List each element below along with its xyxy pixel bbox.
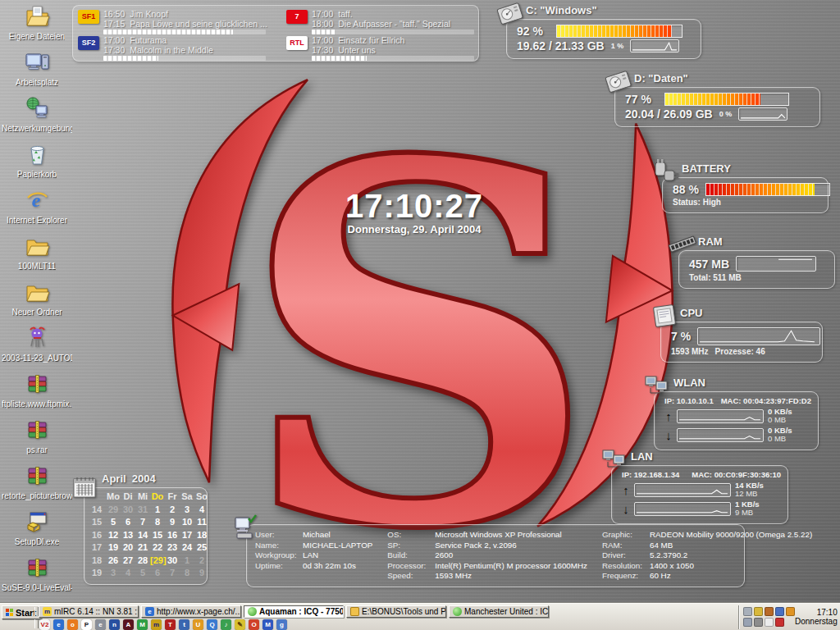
mirc-icon: m (43, 607, 52, 616)
quicklaunch-panda-icon[interactable]: P (81, 619, 92, 630)
taskbar-button-label: E:\BONUS\Tools und Pro... (362, 607, 446, 616)
battery-widget: BATTERY 88 % Status: High (652, 162, 829, 213)
quicklaunch-opera-icon[interactable]: O (249, 619, 259, 630)
quicklaunch-internet-explorer-icon[interactable]: e (53, 619, 64, 630)
desktop-icon-computer[interactable]: Arbeitsplatz (2, 49, 72, 92)
desktop-icon-ie[interactable]: eInternet Explorer (2, 187, 72, 230)
tray-volume-icon[interactable] (743, 618, 752, 627)
taskbar-button[interactable]: mmIRC 6.14 :: NN 3.81 :: ... (39, 605, 139, 618)
calendar-widget: April 2004 MoDiMiDoFrSaSo142930311234155… (72, 472, 208, 585)
taskbar: Start mmIRC 6.14 :: NN 3.81 :: ...ehttp:… (0, 603, 840, 630)
lan-mac: MAC: 00:C0:9F:30:36:10 (692, 470, 781, 479)
disk-d-widget: D: "Daten" 77 % 20.04 / 26.09 GB 0 % (605, 72, 820, 127)
quicklaunch-grip[interactable] (34, 619, 39, 628)
network-computers-icon (600, 445, 631, 473)
rar-icon (24, 555, 51, 582)
disk-d-bar (664, 93, 789, 106)
calendar-month: April (102, 472, 126, 485)
upload-arrow-icon: ↑ (664, 410, 673, 422)
taskbar-button[interactable]: ehttp://www.x-page.ch/... (141, 605, 241, 618)
quicklaunch-emule-icon[interactable]: e (95, 619, 106, 630)
start-label: Start (16, 608, 36, 618)
quicklaunch-music-icon[interactable]: ♪ (221, 619, 231, 630)
cpu-processes: Prozesse: 46 (715, 347, 765, 356)
tray-mirc-icon[interactable] (754, 607, 763, 616)
taskbar-button[interactable]: E:\BONUS\Tools und Pro... (346, 605, 446, 618)
ram-graph (736, 256, 816, 272)
harddisk-icon (495, 0, 526, 27)
taskbar-button[interactable]: Aquaman : ICQ - 7750... (244, 605, 344, 618)
quicklaunch-editor-icon[interactable]: ✎ (235, 619, 245, 630)
wlan-up-graph (677, 409, 764, 423)
tray-icons-bottom (743, 618, 795, 628)
tray-scheduler-icon[interactable] (786, 607, 795, 616)
battery-status: Status: High (673, 198, 721, 207)
tray-panda-icon[interactable] (765, 618, 774, 627)
tv-progress-bar (103, 56, 266, 61)
desktop-icon-setup[interactable]: SetupDl.exe (2, 509, 72, 551)
wlan-title: WLAN (673, 377, 819, 389)
desktop-icon-label: ps.rar (26, 445, 48, 454)
taskbar-button[interactable]: Manchester United : ICQ... (449, 605, 549, 618)
tv-channel: 717:00taff.18:00Die Aufpasser - "taff." … (286, 9, 483, 34)
desktop-icon-label: 2003-11-23_AUTOD... (2, 354, 72, 363)
tray-fox-icon[interactable] (765, 607, 774, 616)
desktop-icon-rar[interactable]: ftpliste.www.ftpmix.... (2, 371, 72, 413)
battery-fill (706, 184, 815, 195)
desktop-icon-recycle[interactable]: Papierkorb (2, 141, 72, 184)
quicklaunch-msn-icon[interactable]: M (137, 619, 148, 630)
quicklaunch-quicktime-icon[interactable]: Q (207, 619, 217, 630)
tray-time: 17:10 (795, 608, 838, 617)
quicklaunch-messenger-icon[interactable]: M (262, 619, 273, 630)
calendar-year: 2004 (132, 472, 156, 485)
quicklaunch-dialer-icon[interactable]: t (179, 619, 189, 630)
quicklaunch-browser-icon[interactable]: g (276, 619, 287, 630)
harddisk-icon (603, 67, 634, 95)
rar-icon (24, 463, 51, 490)
cpu-percent: 7 % (671, 330, 691, 343)
ram-used: 457 MB (689, 258, 729, 271)
lan-up-graph (634, 483, 731, 497)
clock-widget: 17:10:27 Donnerstag, 29. April 2004 (316, 189, 513, 235)
quick-launch: V2eoPenAMmTtUQ♪✎OMg (39, 619, 287, 630)
quicklaunch-clock-icon[interactable]: U (193, 619, 203, 630)
sysinfo-column: OS:Microsoft Windows XP ProfessionalSP:S… (387, 530, 587, 582)
tray-display-icon[interactable] (754, 618, 763, 627)
clock-date: Donnerstag, 29. April 2004 (316, 223, 513, 235)
quicklaunch-media-player-icon[interactable]: o (67, 619, 78, 630)
desktop-icon-rar[interactable]: SuSE-9.0-LiveEval-i3... (2, 555, 72, 597)
taskbar-button-label: Aquaman : ICQ - 7750... (259, 607, 344, 616)
desktop-icon-folder[interactable]: Neuer Ordner (2, 279, 72, 322)
desktop-icon-label: Internet Explorer (7, 216, 67, 225)
desktop-icon-rar[interactable]: ps.rar (2, 417, 72, 459)
tv-channel-logo: 7 (286, 10, 308, 24)
rar-icon (24, 417, 51, 444)
tray-phone-icon[interactable] (775, 607, 784, 616)
tray-printer-icon[interactable] (743, 607, 752, 616)
tv-channel-logo: SF2 (78, 36, 99, 50)
desktop-icon-rar[interactable]: retorte_picturebrow... (2, 463, 72, 505)
desktop-icon-label: 100MLT11 (18, 262, 56, 271)
tray-clock[interactable]: 17:10 Donnerstag (795, 605, 840, 629)
quicklaunch-headset-icon[interactable]: T (165, 619, 176, 630)
disk-c-bar (556, 25, 682, 38)
quicklaunch-v2-icon[interactable]: V2 (39, 619, 50, 630)
quicklaunch-winamp-icon[interactable]: A (123, 619, 134, 630)
desktop-icon-folder[interactable]: 100MLT11 (2, 233, 72, 276)
folder-icon (350, 607, 359, 616)
disk-c-widget: C: "Windows" 92 % 19.62 / 21.33 GB 1 % (496, 4, 701, 59)
tray-antivir-icon[interactable] (775, 618, 784, 627)
disk-d-graph (738, 107, 788, 121)
network-icon (24, 95, 51, 122)
desktop-icon-folder-docs[interactable]: Eigene Dateien (2, 3, 72, 46)
system-tray: 17:10 Donnerstag (738, 605, 839, 629)
desktop-icon-emule[interactable]: 2003-11-23_AUTOD... (2, 325, 72, 368)
folder-docs-icon (24, 3, 51, 30)
internet-explorer-icon: e (145, 607, 154, 616)
desktop-icon-label: SuSE-9.0-LiveEval-i3... (2, 583, 72, 592)
desktop-icon-network[interactable]: Netzwerkumgebung (2, 95, 72, 138)
quicklaunch-headphones-icon[interactable]: n (109, 619, 120, 630)
disk-d-title: D: "Daten" (634, 72, 820, 84)
quicklaunch-mirc-icon[interactable]: m (151, 619, 162, 630)
tray-icons (739, 605, 795, 629)
